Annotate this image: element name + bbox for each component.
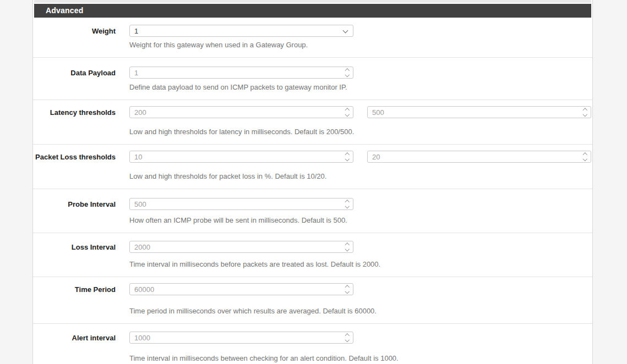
chevron-down-icon bbox=[345, 247, 349, 251]
field-label: Probe Interval bbox=[33, 198, 116, 233]
alert-interval-input[interactable] bbox=[130, 332, 353, 343]
number-spinner[interactable] bbox=[346, 107, 349, 118]
chevron-down-icon bbox=[345, 112, 349, 117]
number-spinner[interactable] bbox=[584, 151, 587, 162]
loss-interval-input[interactable] bbox=[130, 241, 353, 252]
chevron-down-icon bbox=[345, 289, 349, 294]
number-spinner[interactable] bbox=[584, 107, 587, 118]
chevron-down-icon bbox=[582, 112, 587, 117]
field-label: Data Payload bbox=[33, 67, 116, 100]
field-label: Time Period bbox=[33, 283, 116, 323]
form-row-time-period: Time Period Time period in milliseconds … bbox=[33, 277, 592, 324]
field-label: Packet Loss thresholds bbox=[33, 151, 116, 189]
chevron-down-icon bbox=[345, 157, 349, 161]
field-label: Alert interval bbox=[33, 332, 116, 364]
help-text: Low and high thresholds for packet loss … bbox=[129, 172, 592, 180]
help-text: Define data payload to send on ICMP pack… bbox=[129, 83, 592, 91]
help-text: Weight for this gateway when used in a G… bbox=[129, 41, 592, 49]
field-label: Latency thresholds bbox=[33, 106, 116, 144]
help-text: Time interval in milliseconds before pac… bbox=[129, 260, 592, 268]
settings-panel: Advanced Weight 1 Weight for this gatewa… bbox=[32, 0, 593, 364]
latency-low-input[interactable] bbox=[130, 107, 353, 118]
form-row-data-payload: Data Payload Define data payload to send… bbox=[33, 58, 592, 100]
form-row-loss-interval: Loss Interval Time interval in milliseco… bbox=[33, 233, 592, 277]
number-spinner[interactable] bbox=[346, 241, 349, 252]
form-row-weight: Weight 1 Weight for this gateway when us… bbox=[33, 18, 592, 58]
number-spinner[interactable] bbox=[346, 67, 349, 78]
chevron-down-icon bbox=[345, 338, 349, 342]
number-spinner[interactable] bbox=[346, 151, 349, 162]
form-row-alert-interval: Alert interval Time interval in millisec… bbox=[33, 324, 592, 364]
field-label: Loss Interval bbox=[33, 241, 116, 277]
packet-loss-high-input[interactable] bbox=[368, 151, 591, 162]
number-spinner[interactable] bbox=[346, 284, 349, 295]
chevron-down-icon bbox=[582, 157, 587, 161]
latency-high-input[interactable] bbox=[368, 107, 591, 118]
form-row-probe-interval: Probe Interval How often an ICMP probe w… bbox=[33, 189, 592, 233]
panel-top-strip bbox=[34, 0, 591, 3]
probe-interval-input[interactable] bbox=[130, 198, 353, 209]
chevron-down-icon bbox=[345, 73, 349, 77]
chevron-down-icon bbox=[345, 204, 349, 208]
number-spinner[interactable] bbox=[346, 332, 349, 343]
field-label: Weight bbox=[33, 25, 116, 57]
form-row-latency-thresholds: Latency thresholds Lo bbox=[33, 100, 592, 145]
form-row-packet-loss-thresholds: Packet Loss thresholds bbox=[33, 145, 592, 189]
data-payload-input[interactable] bbox=[130, 67, 353, 78]
weight-select-value: 1 bbox=[134, 27, 138, 35]
chevron-down-icon bbox=[343, 28, 348, 34]
help-text: Time period in milliseconds over which r… bbox=[129, 307, 592, 315]
panel-title: Advanced bbox=[34, 4, 591, 18]
time-period-input[interactable] bbox=[130, 284, 353, 295]
help-text: Time interval in milliseconds between ch… bbox=[129, 354, 592, 362]
packet-loss-low-input[interactable] bbox=[130, 151, 353, 162]
help-text: How often an ICMP probe will be sent in … bbox=[129, 216, 592, 224]
weight-select[interactable]: 1 bbox=[129, 25, 353, 37]
help-text: Low and high thresholds for latency in m… bbox=[129, 128, 592, 136]
number-spinner[interactable] bbox=[346, 198, 349, 209]
